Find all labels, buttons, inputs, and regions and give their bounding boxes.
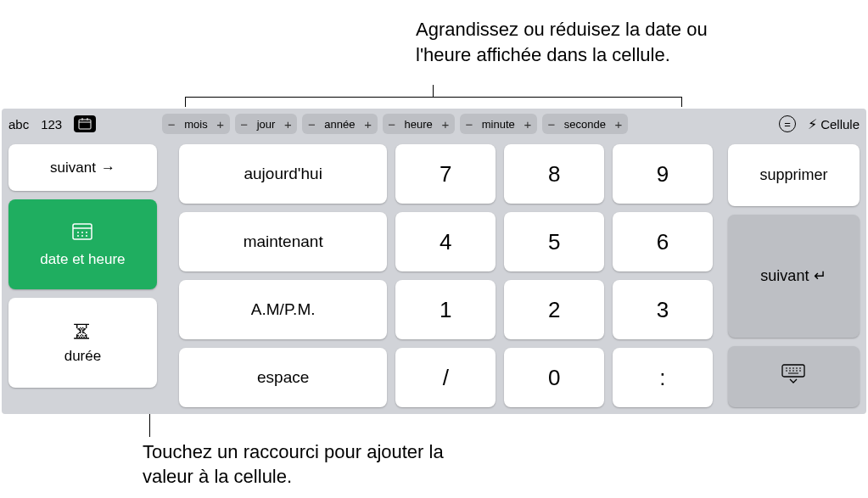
hourglass-icon: ⏳︎ <box>73 321 92 343</box>
bolt-icon: ⚡︎ <box>808 116 817 132</box>
svg-point-11 <box>86 235 87 237</box>
key-1[interactable]: 1 <box>395 280 496 339</box>
stepper-annee-plus[interactable]: + <box>359 117 378 131</box>
duree-button[interactable]: ⏳︎ durée <box>8 298 157 388</box>
key-6[interactable]: 6 <box>613 212 713 271</box>
key-slash[interactable]: / <box>395 348 496 407</box>
callout-stem-top <box>433 85 434 97</box>
espace-button[interactable]: espace <box>179 348 388 407</box>
stepper-minute-minus[interactable]: − <box>460 117 479 131</box>
keyboard-panel: abc 123 − mois + − jour + − année + <box>2 109 866 414</box>
stepper-minute-label: minute <box>479 118 518 131</box>
suivant-right-label: suivant <box>760 267 809 285</box>
stepper-annee: − année + <box>302 114 377 134</box>
keyboard-main: suivant → date et heure ⏳︎ durée aujourd… <box>2 139 866 412</box>
svg-rect-0 <box>79 120 91 129</box>
tab-datetime-icon[interactable] <box>74 115 96 132</box>
suivant-right-button[interactable]: suivant ↵ <box>728 215 860 338</box>
callout-bracket-top-r <box>681 97 682 107</box>
left-column: suivant → date et heure ⏳︎ durée <box>8 144 157 407</box>
key-7[interactable]: 7 <box>395 144 496 204</box>
stepper-mois-plus[interactable]: + <box>211 117 230 131</box>
key-3[interactable]: 3 <box>613 280 713 339</box>
numpad: 7 8 9 4 5 6 1 2 3 / 0 : <box>395 144 712 407</box>
calendar-icon <box>71 221 93 246</box>
stepper-mois: − mois + <box>162 114 229 134</box>
key-8[interactable]: 8 <box>504 144 604 204</box>
stepper-jour-plus[interactable]: + <box>278 117 297 131</box>
topbar-right: = ⚡︎ Cellule <box>779 115 860 132</box>
svg-point-10 <box>81 235 83 237</box>
keyboard-dismiss-icon <box>781 364 806 389</box>
stepper-heure-minus[interactable]: − <box>383 117 401 131</box>
stepper-annee-minus[interactable]: − <box>302 117 321 131</box>
callout-bracket-top-h <box>185 97 682 98</box>
svg-point-7 <box>81 232 83 233</box>
annotation-bottom: Touchez un raccourci pour ajouter la val… <box>143 439 482 490</box>
key-colon[interactable]: : <box>613 348 713 407</box>
svg-point-8 <box>86 232 87 233</box>
stepper-minute: − minute + <box>460 114 537 134</box>
suivant-left-button[interactable]: suivant → <box>8 144 157 191</box>
stepper-minute-plus[interactable]: + <box>518 117 537 131</box>
aujourdhui-button[interactable]: aujourd'hui <box>179 144 388 204</box>
stepper-heure-plus[interactable]: + <box>436 117 455 131</box>
stepper-seconde-minus[interactable]: − <box>542 117 561 131</box>
stepper-heure-label: heure <box>401 118 436 131</box>
stepper-annee-label: année <box>321 118 358 131</box>
stepper-jour: − jour + <box>235 114 298 134</box>
shortcut-column: aujourd'hui maintenant A.M/P.M. espace <box>179 144 388 407</box>
keyboard-top-bar: abc 123 − mois + − jour + − année + <box>2 109 866 139</box>
annotation-top: Agrandissez ou réduisez la date ou l'heu… <box>416 17 755 67</box>
stepper-jour-label: jour <box>254 118 279 131</box>
stepper-seconde-plus[interactable]: + <box>609 117 628 131</box>
stepper-mois-label: mois <box>181 118 210 131</box>
date-heure-button[interactable]: date et heure <box>8 199 157 289</box>
duree-label: durée <box>64 348 101 365</box>
date-heure-label: date et heure <box>40 251 125 268</box>
key-9[interactable]: 9 <box>613 144 713 204</box>
maintenant-button[interactable]: maintenant <box>179 212 388 271</box>
cell-button-label: Cellule <box>820 117 860 131</box>
key-4[interactable]: 4 <box>395 212 496 271</box>
formula-icon[interactable]: = <box>779 115 796 132</box>
stepper-jour-minus[interactable]: − <box>235 117 254 131</box>
key-5[interactable]: 5 <box>504 212 604 271</box>
key-2[interactable]: 2 <box>504 280 604 339</box>
stepper-group: − mois + − jour + − année + − heure + − <box>162 114 628 134</box>
supprimer-button[interactable]: supprimer <box>728 144 860 206</box>
tab-abc[interactable]: abc <box>8 115 29 133</box>
return-icon: ↵ <box>814 266 826 285</box>
arrow-right-icon: → <box>101 159 115 176</box>
stepper-seconde-label: seconde <box>561 118 609 131</box>
svg-point-9 <box>77 235 79 237</box>
key-0[interactable]: 0 <box>504 348 604 407</box>
dismiss-keyboard-button[interactable] <box>728 346 860 408</box>
tab-123[interactable]: 123 <box>41 115 62 133</box>
ampm-button[interactable]: A.M/P.M. <box>179 280 388 339</box>
cell-button[interactable]: ⚡︎ Cellule <box>808 116 860 132</box>
stepper-seconde: − seconde + <box>542 114 628 134</box>
callout-bracket-top-l <box>185 97 186 107</box>
stepper-mois-minus[interactable]: − <box>162 117 181 131</box>
mode-tabs: abc 123 <box>8 115 96 133</box>
right-column: supprimer suivant ↵ <box>728 144 860 407</box>
stepper-heure: − heure + <box>383 114 455 134</box>
svg-point-6 <box>77 232 79 233</box>
suivant-left-label: suivant <box>50 159 96 176</box>
